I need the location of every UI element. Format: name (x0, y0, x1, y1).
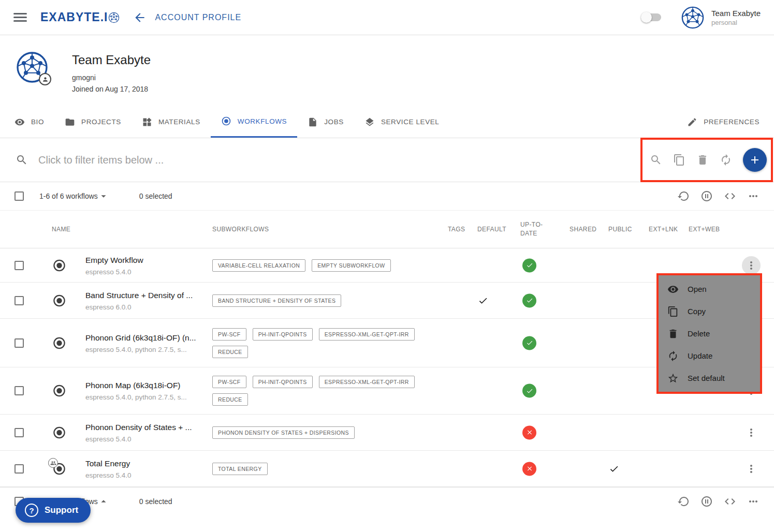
header-right: Team Exabyte personal (642, 6, 761, 29)
profile-name: Team Exabyte (72, 53, 151, 67)
row-checkbox[interactable] (14, 338, 24, 348)
tab-label: SERVICE LEVEL (381, 118, 440, 126)
table-row: Total Energy espresso 5.4.0 TOTAL ENERGY (0, 451, 774, 487)
column-header-tags: TAGS (448, 226, 465, 233)
code-icon[interactable] (724, 495, 736, 508)
more-vertical-icon (745, 426, 757, 439)
selected-count: 0 selected (139, 192, 172, 200)
subworkflow-chip: PW-SCF (212, 328, 246, 341)
toolbar-highlight (640, 138, 773, 182)
toolbar-update-icon[interactable] (720, 154, 732, 166)
public-check-icon (600, 464, 628, 474)
column-header-name: NAME (52, 226, 70, 233)
trash-icon (667, 328, 679, 339)
toolbar-delete-icon[interactable] (696, 154, 709, 166)
reset-icon[interactable] (677, 495, 690, 508)
toolbar-copy-icon[interactable] (673, 154, 685, 166)
row-menu-button[interactable] (745, 259, 757, 272)
row-checkbox[interactable] (14, 386, 24, 395)
profile-joined: Joined on Aug 17, 2018 (72, 85, 151, 93)
help-icon: ? (25, 504, 38, 517)
pagination-range[interactable]: 1-6 of 6 workflows (39, 190, 109, 202)
workflow-name[interactable]: Empty Workflow (85, 255, 207, 264)
chevron-up-icon (98, 496, 109, 507)
pause-icon[interactable] (700, 190, 713, 202)
menu-item-set-default[interactable]: Set default (659, 367, 760, 389)
more-horizontal-icon[interactable] (747, 495, 760, 508)
chevron-down-icon (98, 190, 109, 202)
support-button[interactable]: ? Support (16, 498, 91, 523)
column-header-ext-web: EXT+WEB (689, 226, 720, 233)
name-cell: Phonon Density of States + ... espresso … (85, 422, 207, 442)
logo[interactable]: EXABYTE.I (40, 10, 120, 24)
pencil-icon (687, 117, 697, 127)
account-avatar[interactable] (681, 6, 705, 29)
code-icon[interactable] (724, 190, 736, 202)
eye-icon (14, 117, 25, 127)
list-controls-top: 1-6 of 6 workflows 0 selected (0, 182, 774, 211)
menu-item-label: Open (688, 285, 707, 293)
account-toggle[interactable] (642, 13, 661, 21)
menu-item-delete[interactable]: Delete (659, 322, 760, 345)
workflow-name[interactable]: Band Structure + Density of ... (85, 290, 207, 300)
row-checkbox[interactable] (14, 464, 24, 474)
tab-label: WORKFLOWS (238, 117, 287, 125)
tab-workflows[interactable]: WORKFLOWS (211, 106, 297, 138)
row-checkbox[interactable] (14, 296, 24, 305)
tab-jobs[interactable]: JOBS (297, 106, 354, 138)
workflow-subtitle: espresso 5.4.0 (85, 435, 207, 442)
tab-projects[interactable]: PROJECTS (54, 106, 132, 138)
column-header-up-to-date: UP-TO-DATE (520, 220, 549, 239)
menu-item-update[interactable]: Update (659, 345, 760, 367)
tab-materials[interactable]: MATERIALS (132, 106, 211, 138)
tab-label: BIO (31, 118, 44, 126)
workflow-name[interactable]: Phonon Density of States + ... (85, 422, 207, 432)
subworkflow-chip: REDUCE (212, 346, 248, 358)
workflow-name[interactable]: Total Energy (85, 459, 207, 468)
subworkflow-chip: PH-INIT-QPOINTS (253, 376, 313, 388)
filter-input[interactable] (38, 154, 463, 166)
workflow-name[interactable]: Phonon Map (6k3q18i-OF) (85, 381, 207, 390)
menu-item-copy[interactable]: Copy (659, 300, 760, 322)
select-all-checkbox[interactable] (14, 191, 24, 201)
preferences-button[interactable]: PREFERENCES (677, 106, 774, 138)
logo-text: EXABYTE.I (40, 10, 108, 24)
up-to-date-badge (522, 336, 536, 350)
up-to-date-badge (522, 384, 536, 398)
reset-icon[interactable] (677, 190, 690, 202)
row-checkbox[interactable] (14, 261, 24, 270)
more-horizontal-icon[interactable] (747, 190, 760, 202)
tab-service-level[interactable]: SERVICE LEVEL (354, 106, 450, 138)
logo-molecule-icon (108, 12, 120, 23)
row-checkbox[interactable] (14, 428, 24, 437)
toolbar-search-icon[interactable] (650, 154, 662, 166)
pause-icon[interactable] (700, 495, 713, 508)
row-menu-button[interactable] (745, 463, 757, 475)
menu-icon[interactable] (13, 11, 27, 24)
search-icon (16, 154, 28, 166)
out-of-date-badge (522, 462, 536, 476)
workflow-icon (52, 336, 66, 350)
profile-username: gmogni (72, 73, 151, 82)
tab-bio[interactable]: BIO (4, 106, 54, 138)
app-header: EXABYTE.I ACCOUNT PROFILE Team Exabyte p… (0, 0, 774, 35)
add-workflow-button[interactable] (743, 148, 767, 172)
workflow-name[interactable]: Phonon Grid (6k3q18i-OF) (n... (85, 333, 207, 342)
profile-avatar (16, 51, 49, 84)
check-icon (526, 297, 533, 304)
profile-person-badge-icon (39, 73, 51, 85)
preferences-label: PREFERENCES (704, 118, 760, 126)
folder-icon (65, 117, 75, 127)
workflow-icon (52, 425, 66, 439)
subworkflow-chip: TOTAL ENERGY (212, 463, 268, 475)
list-actions (677, 495, 760, 508)
subworkflow-chip: EMPTY SUBWORKFLOW (312, 259, 390, 272)
subworkflow-chip: BAND STRUCTURE + DENSITY OF STATES (212, 294, 341, 307)
workflow-subtitle: espresso 6.0.0 (85, 303, 207, 311)
list-controls-bottom: 1-6 of 6 workflows 0 selected (0, 487, 774, 515)
back-arrow-icon[interactable] (133, 11, 147, 24)
row-menu-button[interactable] (745, 426, 757, 439)
profile-section: Team Exabyte gmogni Joined on Aug 17, 20… (0, 35, 774, 106)
menu-item-open[interactable]: Open (659, 278, 760, 300)
x-icon (526, 465, 533, 472)
